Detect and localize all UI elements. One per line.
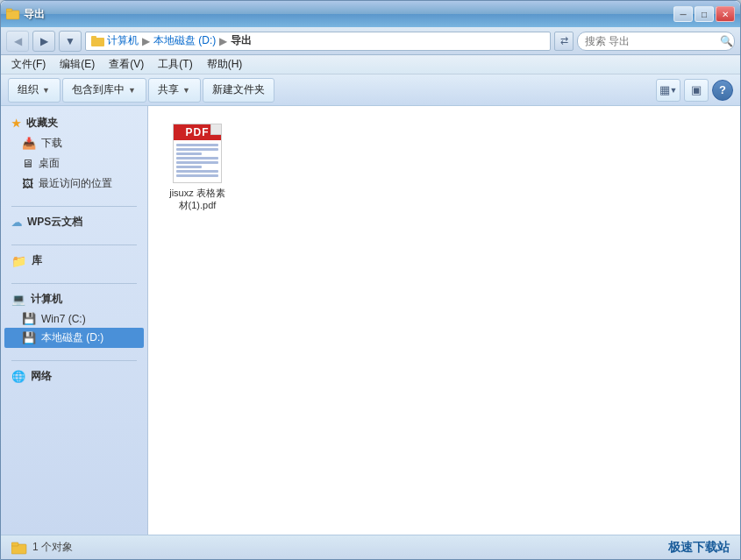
help-button[interactable]: ? bbox=[712, 80, 733, 101]
share-button[interactable]: 共享 ▼ bbox=[148, 78, 201, 103]
pdf-line-6 bbox=[176, 166, 202, 168]
window: 导出 ─ □ ✕ ◀ ▶ ▼ 计算机 ▶ 本地磁盘 (D:) ▶ 导出 ⇄ 🔍 bbox=[0, 0, 741, 560]
status-count: 1 个对象 bbox=[32, 540, 73, 555]
details-pane-button[interactable]: ▣ bbox=[684, 79, 709, 102]
library-section: 📁 库 bbox=[4, 251, 144, 271]
library-icon: 📁 bbox=[11, 254, 26, 268]
network-header[interactable]: 🌐 网络 bbox=[4, 366, 144, 386]
close-button[interactable]: ✕ bbox=[716, 6, 735, 22]
status-bar: 1 个对象 极速下载站 bbox=[1, 535, 740, 559]
pdf-file-icon: PDF bbox=[173, 124, 222, 183]
menu-file[interactable]: 文件(F) bbox=[8, 55, 49, 74]
drive-c-icon: 💾 bbox=[22, 312, 36, 325]
include-library-button[interactable]: 包含到库中 ▼ bbox=[62, 78, 146, 103]
search-input[interactable] bbox=[585, 35, 716, 47]
menu-help[interactable]: 帮助(H) bbox=[203, 55, 246, 74]
star-icon: ★ bbox=[11, 117, 21, 130]
cloud-icon: ☁ bbox=[11, 216, 22, 229]
title-bar: 导出 ─ □ ✕ bbox=[1, 1, 740, 27]
sidebar-item-c-drive[interactable]: 💾 Win7 (C:) bbox=[4, 309, 144, 328]
computer-header[interactable]: 💻 计算机 bbox=[4, 289, 144, 309]
title-controls: ─ □ ✕ bbox=[673, 6, 735, 22]
brand-text: 极速下载站 bbox=[668, 540, 730, 556]
pdf-line-1 bbox=[176, 144, 218, 146]
pdf-line-5 bbox=[176, 161, 218, 164]
sidebar-item-d-drive[interactable]: 💾 本地磁盘 (D:) bbox=[4, 328, 144, 348]
drive-d-icon: 💾 bbox=[22, 331, 36, 344]
computer-section: 💻 计算机 💾 Win7 (C:) 💾 本地磁盘 (D:) bbox=[4, 289, 144, 348]
download-icon: 📥 bbox=[22, 137, 36, 150]
menu-view[interactable]: 查看(V) bbox=[105, 55, 147, 74]
breadcrumb-bar: 计算机 ▶ 本地磁盘 (D:) ▶ 导出 bbox=[85, 32, 551, 51]
forward-button[interactable]: ▶ bbox=[32, 31, 55, 52]
computer-icon: 💻 bbox=[11, 293, 25, 306]
menu-tools[interactable]: 工具(T) bbox=[154, 55, 196, 74]
include-dropdown-icon: ▼ bbox=[128, 86, 137, 95]
organize-button[interactable]: 组织 ▼ bbox=[8, 78, 61, 103]
sidebar-divider-4 bbox=[11, 360, 137, 361]
breadcrumb-drive[interactable]: 本地磁盘 (D:) bbox=[153, 33, 216, 48]
svg-rect-5 bbox=[11, 542, 18, 546]
pdf-line-2 bbox=[176, 148, 218, 151]
pdf-line-3 bbox=[176, 152, 202, 155]
wps-header[interactable]: ☁ WPS云文档 bbox=[4, 212, 144, 232]
search-icon: 🔍 bbox=[720, 35, 733, 47]
pdf-line-4 bbox=[176, 157, 218, 159]
view-dropdown-icon: ▼ bbox=[670, 86, 678, 95]
library-header[interactable]: 📁 库 bbox=[4, 251, 144, 271]
favorites-section: ★ 收藏夹 📥 下载 🖥 桌面 🖼 最近访问的位置 bbox=[4, 113, 144, 194]
wps-section: ☁ WPS云文档 bbox=[4, 212, 144, 232]
window-icon bbox=[6, 7, 20, 21]
svg-rect-1 bbox=[6, 9, 12, 11]
address-bar: ◀ ▶ ▼ 计算机 ▶ 本地磁盘 (D:) ▶ 导出 ⇄ 🔍 bbox=[1, 27, 740, 55]
view-toggle-button[interactable]: ▦ ▼ bbox=[656, 79, 680, 102]
file-name-pdf: jisuxz 表格素材(1).pdf bbox=[166, 187, 229, 212]
minimize-button[interactable]: ─ bbox=[673, 6, 693, 22]
toolbar: 组织 ▼ 包含到库中 ▼ 共享 ▼ 新建文件夹 ▦ ▼ ▣ ? bbox=[1, 74, 740, 106]
breadcrumb-computer[interactable]: 计算机 bbox=[107, 33, 139, 48]
sidebar-item-recent[interactable]: 🖼 最近访问的位置 bbox=[4, 174, 144, 194]
file-area: PDF jisuxz 表格素材(1).pdf bbox=[148, 106, 740, 535]
sidebar-divider-3 bbox=[11, 283, 137, 284]
sidebar-divider-1 bbox=[11, 206, 137, 207]
file-item-pdf[interactable]: PDF jisuxz 表格素材(1).pdf bbox=[162, 120, 232, 216]
sidebar-item-desktop[interactable]: 🖥 桌面 bbox=[4, 153, 144, 174]
back-button[interactable]: ◀ bbox=[6, 31, 29, 52]
favorites-header: ★ 收藏夹 bbox=[4, 113, 144, 133]
breadcrumb-current[interactable]: 导出 bbox=[231, 33, 252, 48]
pdf-line-8 bbox=[176, 174, 218, 177]
breadcrumb-sep-1: ▶ bbox=[142, 35, 150, 47]
breadcrumb-folder-icon bbox=[91, 35, 105, 47]
organize-dropdown-icon: ▼ bbox=[42, 86, 51, 95]
main-area: ★ 收藏夹 📥 下载 🖥 桌面 🖼 最近访问的位置 bbox=[1, 106, 740, 535]
svg-rect-3 bbox=[91, 36, 96, 39]
status-folder-icon: 1 个对象 bbox=[11, 540, 73, 555]
details-icon: ▣ bbox=[691, 83, 702, 96]
menu-bar: 文件(F) 编辑(E) 查看(V) 工具(T) 帮助(H) bbox=[1, 55, 740, 74]
pdf-fold bbox=[210, 124, 221, 135]
menu-edit[interactable]: 编辑(E) bbox=[56, 55, 98, 74]
view-icon: ▦ bbox=[659, 83, 670, 96]
network-icon: 🌐 bbox=[11, 370, 25, 383]
recent-icon: 🖼 bbox=[22, 177, 33, 190]
status-folder-svg bbox=[11, 541, 27, 555]
sidebar-divider-2 bbox=[11, 245, 137, 245]
window-title: 导出 bbox=[24, 7, 45, 22]
svg-rect-0 bbox=[6, 11, 19, 19]
sidebar: ★ 收藏夹 📥 下载 🖥 桌面 🖼 最近访问的位置 bbox=[1, 106, 148, 535]
pdf-content-lines bbox=[174, 140, 221, 182]
pdf-line-7 bbox=[176, 170, 218, 173]
sidebar-item-download[interactable]: 📥 下载 bbox=[4, 133, 144, 153]
refresh-button[interactable]: ⇄ bbox=[554, 32, 574, 51]
share-dropdown-icon: ▼ bbox=[182, 86, 191, 95]
desktop-icon: 🖥 bbox=[22, 157, 33, 170]
dropdown-button[interactable]: ▼ bbox=[59, 31, 82, 52]
breadcrumb-sep-2: ▶ bbox=[219, 35, 227, 47]
search-bar: 🔍 bbox=[577, 32, 735, 51]
network-section: 🌐 网络 bbox=[4, 366, 144, 386]
toolbar-right: ▦ ▼ ▣ ? bbox=[656, 79, 733, 102]
maximize-button[interactable]: □ bbox=[695, 6, 714, 22]
title-bar-left: 导出 bbox=[6, 7, 45, 22]
new-folder-button[interactable]: 新建文件夹 bbox=[203, 78, 274, 103]
